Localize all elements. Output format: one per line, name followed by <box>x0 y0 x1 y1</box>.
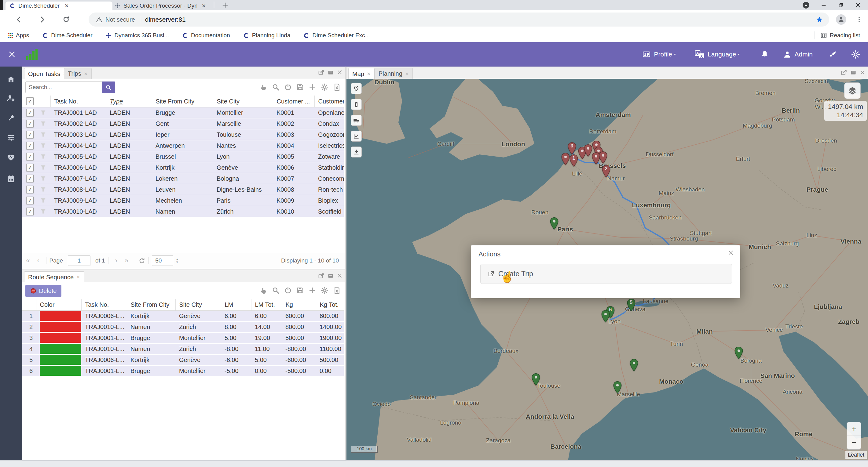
user-menu[interactable]: Admin <box>783 51 813 59</box>
layers-control[interactable] <box>844 82 861 99</box>
markers-toggle-button[interactable] <box>351 83 362 94</box>
row-checkbox[interactable]: ✓ <box>26 109 34 116</box>
filter-funnel-icon[interactable] <box>41 209 45 214</box>
select-all-checkbox[interactable]: ✓ <box>26 97 34 105</box>
route-row[interactable]: 4TRAJ0010-L...NamenZürich-8.0011.00-800.… <box>22 343 344 354</box>
zoom-search-icon[interactable] <box>272 287 280 294</box>
col-type[interactable]: Type <box>106 96 152 107</box>
menu-close-icon[interactable] <box>8 51 16 58</box>
col-kg[interactable]: Kg <box>282 299 316 311</box>
settings-gear-icon[interactable] <box>851 50 860 59</box>
health-heart-icon[interactable] <box>7 153 15 162</box>
route-row[interactable]: 2TRAJ0010-L...NamenZürich8.0014.00800.00… <box>22 322 344 332</box>
col-lm[interactable]: LM <box>221 299 251 311</box>
save-icon[interactable] <box>297 83 304 91</box>
route-row[interactable]: 5TRAJ0006-L...KortrijkGenève-6.005.00-60… <box>22 354 344 365</box>
power-icon[interactable] <box>284 287 292 294</box>
grid-settings-gear-icon[interactable] <box>321 83 329 91</box>
page-size-stepper[interactable]: ▲▼ <box>176 258 179 264</box>
calendar-icon[interactable] <box>7 175 15 183</box>
row-checkbox[interactable]: ✓ <box>26 153 34 161</box>
prev-page-button[interactable]: ‹ <box>37 257 39 265</box>
delete-button[interactable]: Delete <box>25 285 61 297</box>
search-input[interactable] <box>25 81 105 93</box>
tools-wrench-icon[interactable] <box>7 114 15 123</box>
add-icon[interactable] <box>309 287 316 294</box>
select-hand-icon[interactable] <box>260 83 267 91</box>
filter-funnel-icon[interactable] <box>41 188 45 192</box>
close-window-button[interactable] <box>855 2 861 8</box>
download-route-button[interactable] <box>351 146 362 158</box>
col-site-city[interactable]: Site City <box>213 96 273 107</box>
not-secure-icon[interactable] <box>96 16 102 23</box>
collapse-icon[interactable] <box>328 70 334 76</box>
table-header-row[interactable]: Color Task No. Site From City Site City … <box>22 299 344 311</box>
new-tab-button[interactable] <box>222 2 228 8</box>
close-panel-icon[interactable] <box>337 273 342 278</box>
map-attribution[interactable]: Leaflet <box>845 451 867 459</box>
tab-close-icon[interactable]: ✕ <box>64 3 69 9</box>
browser-update-icon[interactable] <box>802 1 810 9</box>
bookmark-item[interactable]: Dynamics 365 Busi... <box>106 32 169 39</box>
filter-funnel-icon[interactable] <box>41 110 45 115</box>
route-row[interactable]: 1TRAJ0006-L...KortrijkGenève6.006.00600.… <box>22 311 344 322</box>
zoom-search-icon[interactable] <box>272 83 280 91</box>
collapse-icon[interactable] <box>850 70 857 76</box>
row-checkbox[interactable]: ✓ <box>26 142 34 149</box>
filter-funnel-icon[interactable] <box>41 176 45 181</box>
back-icon[interactable] <box>15 15 23 24</box>
page-size-input[interactable]: 50 <box>152 256 173 266</box>
route-row[interactable]: 6TRAJ0001-L...BruggeMontellier-5.000.00-… <box>22 365 344 376</box>
task-row[interactable]: ✓TRAJ0004-LADLADENAntwerpenNantesK0004Is… <box>22 140 344 151</box>
bookmark-star-icon[interactable] <box>816 16 823 23</box>
close-panel-icon[interactable] <box>337 70 342 75</box>
tab-map[interactable]: Map✕ <box>348 68 375 79</box>
save-icon[interactable] <box>297 287 304 294</box>
bookmark-item[interactable]: Dime.Scheduler <box>42 32 92 39</box>
col-site-city[interactable]: Site City <box>175 299 221 311</box>
url-text[interactable]: dimeserver:81 <box>145 16 186 23</box>
traffic-toggle-button[interactable] <box>351 99 362 110</box>
tab-trips[interactable]: Trips✕ <box>64 68 92 79</box>
route-chart-button[interactable] <box>351 131 362 142</box>
filter-funnel-icon[interactable] <box>41 155 45 159</box>
filters-sliders-icon[interactable] <box>7 133 15 142</box>
green-map-pin[interactable] <box>734 346 744 359</box>
home-icon[interactable] <box>7 75 15 84</box>
bookmark-item[interactable]: Apps <box>7 32 29 39</box>
bookmark-item[interactable]: Planning Linda <box>244 32 290 39</box>
next-page-button[interactable]: › <box>115 257 117 265</box>
collapse-icon[interactable] <box>328 273 334 279</box>
security-label[interactable]: Not secure <box>105 16 135 23</box>
tab-close-icon[interactable]: ✕ <box>76 274 80 280</box>
tab-route-sequence[interactable]: Route Sequence✕ <box>24 271 84 282</box>
resources-usergear-icon[interactable] <box>7 94 15 103</box>
task-row[interactable]: ✓TRAJ0010-LADLADENNamenZürichK0010Scotfi… <box>22 206 344 217</box>
filter-funnel-icon[interactable] <box>41 122 45 126</box>
green-map-pin[interactable] <box>601 310 611 323</box>
app-logo[interactable] <box>26 48 39 60</box>
row-checkbox[interactable]: ✓ <box>26 164 34 171</box>
grid-settings-gear-icon[interactable] <box>321 287 329 294</box>
first-page-button[interactable]: « <box>26 257 30 265</box>
task-row[interactable]: ✓TRAJ0008-LADLADENLeuvenDigne-Les-BainsK… <box>22 184 344 195</box>
popout-icon[interactable] <box>318 70 324 76</box>
task-row[interactable]: ✓TRAJ0009-LADLADENMechelenParisK0009Biop… <box>22 195 344 206</box>
close-panel-icon[interactable] <box>860 70 865 75</box>
bookmark-item[interactable]: Documentation <box>182 32 230 39</box>
task-row[interactable]: ✓TRAJ0006-LADLADENKortrijkGenèveK0006Sta… <box>22 162 344 173</box>
export-excel-icon[interactable] <box>333 287 341 294</box>
add-icon[interactable] <box>309 83 316 91</box>
red-map-pin[interactable]: 2 <box>601 165 611 178</box>
col-task-no[interactable]: Task No. <box>81 299 127 311</box>
theme-brush-icon[interactable] <box>829 50 837 59</box>
table-header-row[interactable]: ✓ Task No. Type Site From City Site City… <box>22 96 344 107</box>
col-customer[interactable]: Customer ... <box>273 96 314 107</box>
reading-list-icon[interactable] <box>820 32 827 39</box>
filter-funnel-icon[interactable] <box>41 198 45 203</box>
row-checkbox[interactable]: ✓ <box>26 131 34 139</box>
col-site-from-city[interactable]: Site From City <box>152 96 213 107</box>
trucks-toggle-button[interactable] <box>351 115 362 126</box>
zoom-in-button[interactable]: + <box>847 422 861 436</box>
profile-menu[interactable]: Profile <box>642 51 681 58</box>
